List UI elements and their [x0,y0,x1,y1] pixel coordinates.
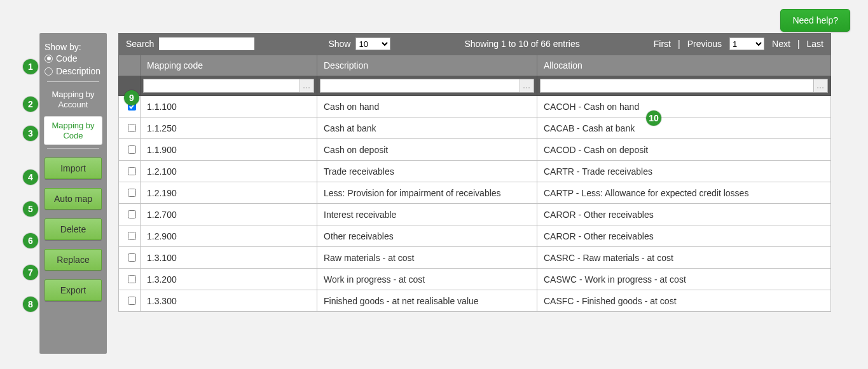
row-checkbox-cell [119,182,141,204]
nav-mapping-by-code[interactable]: Mapping by Code [45,117,102,144]
table-row[interactable]: 1.3.300Finished goods - at net realisabl… [119,290,831,312]
search-input[interactable] [159,37,254,50]
cell-mapping-code[interactable]: 1.3.100 [141,247,317,269]
cell-allocation[interactable]: CACOH - Cash on hand [537,96,831,117]
page-select[interactable]: 1 [729,37,764,50]
divider: | [797,39,800,49]
filter-description-input[interactable] [320,79,520,92]
row-checkbox[interactable] [128,275,136,283]
show-label: Show [328,39,350,49]
pager-first[interactable]: First [654,39,671,49]
hint-marker-9: 9 [124,90,139,105]
hint-marker-2: 2 [23,97,38,112]
cell-mapping-code[interactable]: 1.1.100 [141,96,317,117]
cell-allocation[interactable]: CAROR - Other receivables [537,204,831,225]
row-checkbox[interactable] [128,253,136,262]
cell-description[interactable]: Trade receivables [317,161,537,182]
cell-description[interactable]: Raw materials - at cost [317,247,537,269]
row-checkbox[interactable] [128,210,136,218]
filter-mapping-code-picker[interactable]: ... [300,79,313,92]
cell-mapping-code[interactable]: 1.3.300 [141,290,317,312]
auto-map-button[interactable]: Auto map [45,188,102,210]
table-row[interactable]: 1.1.900Cash on depositCACOD - Cash on de… [119,139,831,161]
cell-mapping-code[interactable]: 1.1.900 [141,139,317,161]
table-row[interactable]: 1.2.100Trade receivablesCARTR - Trade re… [119,161,831,182]
pager-last[interactable]: Last [807,39,823,49]
row-checkbox[interactable] [128,124,136,132]
cell-allocation[interactable]: CARTP - Less: Allowance for expected cre… [537,182,831,204]
table-row[interactable]: 1.2.190Less: Provision for impairment of… [119,182,831,204]
cell-description[interactable]: Work in progress - at cost [317,269,537,290]
cell-description[interactable]: Interest receivable [317,204,537,225]
cell-allocation[interactable]: CAROR - Other receivables [537,225,831,247]
cell-description[interactable]: Less: Provision for impairment of receiv… [317,182,537,204]
table-row[interactable]: 1.2.900Other receivablesCAROR - Other re… [119,225,831,247]
filter-mapping-code: ... [143,79,314,93]
cell-mapping-code[interactable]: 1.2.100 [141,161,317,182]
cell-mapping-code[interactable]: 1.2.190 [141,182,317,204]
cell-description[interactable]: Cash on hand [317,96,537,117]
cell-mapping-code[interactable]: 1.1.250 [141,117,317,139]
row-checkbox-cell [119,247,141,269]
cell-mapping-code[interactable]: 1.2.700 [141,204,317,225]
cell-allocation[interactable]: CACAB - Cash at bank [537,117,831,139]
main-panel: Search Show 10 Showing 1 to 10 of 66 ent… [118,33,831,354]
cell-description[interactable]: Cash on deposit [317,139,537,161]
cell-allocation[interactable]: CASRC - Raw materials - at cost [537,247,831,269]
table-row[interactable]: 1.1.250Cash at bankCACAB - Cash at bank [119,117,831,139]
table-row[interactable]: 1.2.700Interest receivableCAROR - Other … [119,204,831,225]
radio-code[interactable]: Code [45,52,102,65]
cell-allocation[interactable]: CARTR - Trade receivables [537,161,831,182]
export-button[interactable]: Export [45,279,102,301]
showing-text: Showing 1 to 10 of 66 entries [464,39,579,49]
cell-mapping-code[interactable]: 1.3.200 [141,269,317,290]
radio-icon-selected [45,55,53,63]
replace-button[interactable]: Replace [45,249,102,271]
delete-button[interactable]: Delete [45,218,102,240]
hint-marker-1: 1 [23,59,38,74]
filter-mapping-code-input[interactable] [144,79,300,92]
row-checkbox[interactable] [128,189,136,197]
filter-allocation-input[interactable] [541,79,813,92]
row-checkbox-cell [119,290,141,312]
import-button[interactable]: Import [45,158,102,179]
need-help-button[interactable]: Need help? [780,9,850,32]
cell-allocation[interactable]: CACOD - Cash on deposit [537,139,831,161]
cell-description[interactable]: Cash at bank [317,117,537,139]
radio-icon-unselected [45,67,53,76]
nav-mapping-by-account[interactable]: Mapping by Account [45,86,102,113]
row-checkbox[interactable] [128,297,136,305]
hint-marker-6: 6 [23,233,38,248]
cell-allocation[interactable]: CASWC - Work in progress - at cost [537,269,831,290]
table-row[interactable]: 1.3.100Raw materials - at costCASRC - Ra… [119,247,831,269]
table-row[interactable]: 1.3.200Work in progress - at costCASWC -… [119,269,831,290]
row-checkbox-cell [119,139,141,161]
row-checkbox[interactable] [128,145,136,154]
pager-next[interactable]: Next [772,39,790,49]
divider [47,81,99,82]
radio-description[interactable]: Description [45,65,102,77]
col-description-header[interactable]: Description [317,55,537,76]
search-label: Search [126,39,154,49]
divider: | [678,39,680,49]
row-checkbox[interactable] [128,232,136,240]
row-checkbox-cell [119,117,141,139]
cell-description[interactable]: Finished goods - at net realisable value [317,290,537,312]
cell-mapping-code[interactable]: 1.2.900 [141,225,317,247]
filter-description-picker[interactable]: ... [520,79,534,92]
table-row[interactable]: 1.1.100Cash on handCACOH - Cash on hand [119,96,831,117]
radio-description-label: Description [56,66,100,76]
show-count-select[interactable]: 10 [355,37,390,50]
show-by-label: Show by: [45,42,102,52]
cell-description[interactable]: Other receivables [317,225,537,247]
table-toolbar: Search Show 10 Showing 1 to 10 of 66 ent… [118,33,831,55]
pager-previous[interactable]: Previous [687,39,722,49]
row-checkbox-cell [119,269,141,290]
col-mapping-code-header[interactable]: Mapping code [141,55,317,76]
hint-marker-4: 4 [23,170,38,185]
filter-allocation-picker[interactable]: ... [813,79,827,92]
cell-allocation[interactable]: CASFC - Finished goods - at cost [537,290,831,312]
col-allocation-header[interactable]: Allocation [537,55,831,76]
row-checkbox[interactable] [128,167,136,175]
filter-description: ... [320,79,534,93]
